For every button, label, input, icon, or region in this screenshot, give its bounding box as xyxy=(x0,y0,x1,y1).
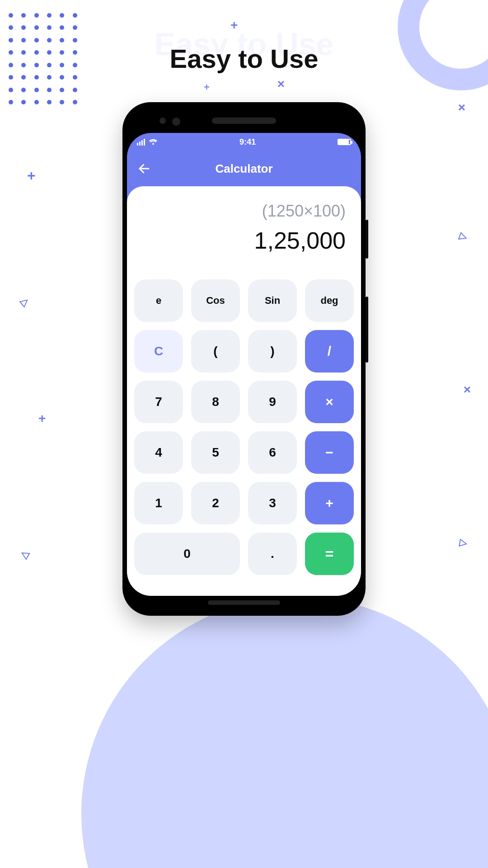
key-e[interactable]: e xyxy=(134,279,183,322)
phone-sensor xyxy=(160,118,166,124)
promo-heading: Easy to Use xyxy=(0,43,488,74)
key-3[interactable]: 3 xyxy=(248,482,297,524)
display-result: 1,25,000 xyxy=(142,227,346,254)
wifi-icon xyxy=(149,139,158,145)
triangle-icon: ▷ xyxy=(458,230,469,243)
phone-side-button xyxy=(366,220,368,259)
key-4[interactable]: 4 xyxy=(134,431,183,474)
triangle-icon: ▷ xyxy=(18,295,32,309)
triangle-icon: ▷ xyxy=(19,548,31,562)
key-equals[interactable]: = xyxy=(305,533,354,575)
phone-camera xyxy=(172,118,180,126)
signal-icon xyxy=(137,139,145,146)
x-icon: × xyxy=(464,382,471,397)
key-cos[interactable]: Cos xyxy=(191,279,240,322)
key-deg[interactable]: deg xyxy=(305,279,354,322)
key-7[interactable]: 7 xyxy=(134,381,183,423)
plus-icon: + xyxy=(27,167,36,184)
app-title: Calculator xyxy=(135,162,353,176)
key-dot[interactable]: . xyxy=(248,533,297,575)
phone-side-button xyxy=(366,297,368,363)
battery-icon xyxy=(338,139,351,145)
key-6[interactable]: 6 xyxy=(248,431,297,474)
key-multiply[interactable]: × xyxy=(305,381,354,423)
key-divide[interactable]: / xyxy=(305,330,354,373)
plus-icon: + xyxy=(38,411,46,426)
key-1[interactable]: 1 xyxy=(134,482,183,524)
x-icon: × xyxy=(458,100,465,115)
key-add[interactable]: + xyxy=(305,482,354,524)
app-bar: Calculator xyxy=(127,151,361,186)
phone-speaker xyxy=(212,118,276,124)
key-8[interactable]: 8 xyxy=(191,381,240,423)
key-subtract[interactable]: − xyxy=(305,431,354,474)
home-indicator xyxy=(208,600,280,605)
display: (1250×100) 1,25,000 xyxy=(134,199,354,259)
keypad: e Cos Sin deg C ( ) / 7 8 9 × 4 5 6 − xyxy=(134,279,354,575)
display-expression: (1250×100) xyxy=(142,202,346,221)
decorative-circle xyxy=(81,597,488,868)
status-time: 9:41 xyxy=(239,137,256,147)
key-2[interactable]: 2 xyxy=(191,482,240,524)
key-sin[interactable]: Sin xyxy=(248,279,297,322)
key-rparen[interactable]: ) xyxy=(248,330,297,373)
key-9[interactable]: 9 xyxy=(248,381,297,423)
phone-frame: 9:41 Calculator (1250×100) 1,25,000 xyxy=(122,102,366,616)
triangle-icon: ▷ xyxy=(459,537,468,550)
key-0[interactable]: 0 xyxy=(134,533,240,575)
status-bar: 9:41 xyxy=(127,133,361,151)
calculator-panel: (1250×100) 1,25,000 e Cos Sin deg C ( ) … xyxy=(127,186,361,596)
key-lparen[interactable]: ( xyxy=(191,330,240,373)
phone-screen: 9:41 Calculator (1250×100) 1,25,000 xyxy=(127,133,361,596)
key-5[interactable]: 5 xyxy=(191,431,240,474)
plus-icon: + xyxy=(204,81,210,93)
key-clear[interactable]: C xyxy=(134,330,183,373)
x-icon: × xyxy=(277,77,285,91)
